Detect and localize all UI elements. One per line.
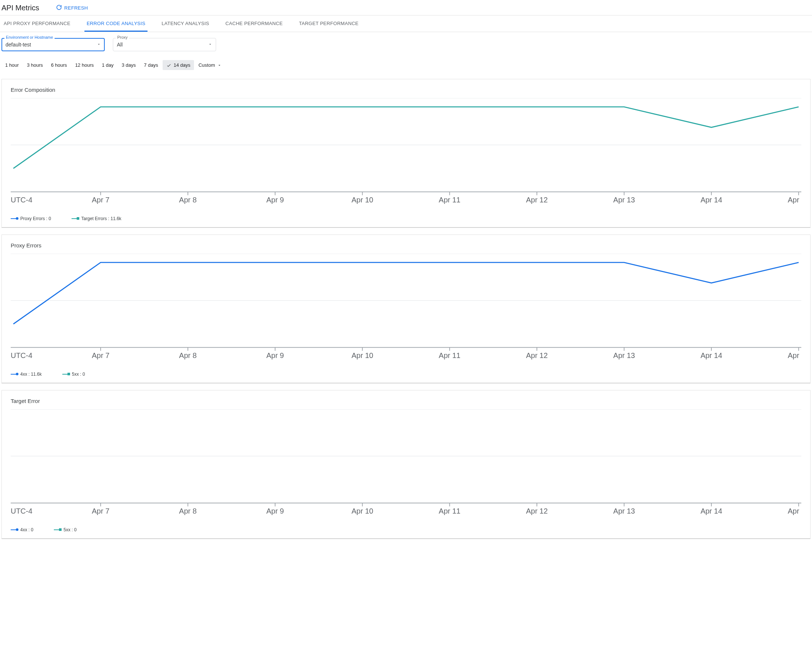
environment-select-wrap: default-test Environment or Hostname — [2, 38, 105, 51]
legend-item[interactable]: Proxy Errors : 0 — [11, 216, 51, 221]
time-range-row: 1 hour3 hours6 hours12 hours1 day3 days7… — [0, 55, 812, 77]
page-header: API Metrics REFRESH — [0, 0, 812, 15]
legend-item[interactable]: 5xx : 0 — [54, 527, 76, 532]
time-range-14-days[interactable]: 14 days — [163, 60, 194, 70]
page-title: API Metrics — [2, 4, 39, 12]
environment-select[interactable]: default-test — [2, 38, 105, 51]
chart-title: Error Composition — [11, 87, 801, 93]
proxy-select[interactable]: All — [113, 38, 216, 51]
legend-label: 4xx : 0 — [20, 527, 33, 532]
chart-svg: UTC-4Apr 7Apr 8Apr 9Apr 10Apr 11Apr 12Ap… — [11, 254, 801, 367]
refresh-label: REFRESH — [64, 5, 88, 11]
svg-text:Apr 7: Apr 7 — [92, 196, 109, 204]
refresh-button[interactable]: REFRESH — [54, 4, 90, 12]
chart-legend: Proxy Errors : 0Target Errors : 11.6k — [11, 213, 801, 221]
svg-text:Apr 7: Apr 7 — [92, 507, 109, 515]
svg-text:Apr 15: Apr 15 — [788, 196, 801, 204]
legend-label: 5xx : 0 — [72, 372, 85, 377]
svg-text:Apr 13: Apr 13 — [613, 507, 635, 515]
proxy-value: All — [117, 42, 123, 48]
tab-cache-performance[interactable]: CACHE PERFORMANCE — [223, 16, 285, 32]
svg-text:Apr 8: Apr 8 — [179, 351, 197, 360]
time-range-7-days[interactable]: 7 days — [140, 60, 162, 70]
time-range-1-day[interactable]: 1 day — [98, 60, 117, 70]
legend-label: 4xx : 11.6k — [20, 372, 42, 377]
caret-down-icon — [97, 42, 101, 48]
tab-error-code-analysis[interactable]: ERROR CODE ANALYSIS — [84, 16, 148, 32]
chart-panel-target-error: Target ErrorUTC-4Apr 7Apr 8Apr 9Apr 10Ap… — [2, 390, 810, 539]
filters-row: default-test Environment or Hostname All… — [0, 32, 812, 55]
time-range-1-hour[interactable]: 1 hour — [2, 60, 22, 70]
caret-down-icon — [217, 63, 221, 67]
svg-text:Apr 11: Apr 11 — [439, 196, 461, 204]
check-icon — [166, 63, 171, 68]
legend-item[interactable]: Target Errors : 11.6k — [72, 216, 121, 221]
legend-item[interactable]: 4xx : 11.6k — [11, 372, 42, 377]
time-range-3-hours[interactable]: 3 hours — [23, 60, 47, 70]
chart-svg: UTC-4Apr 7Apr 8Apr 9Apr 10Apr 11Apr 12Ap… — [11, 409, 801, 523]
svg-text:Apr 9: Apr 9 — [266, 196, 284, 204]
time-range-3-days[interactable]: 3 days — [118, 60, 139, 70]
proxy-select-wrap: All Proxy — [113, 38, 216, 51]
chart-legend: 4xx : 05xx : 0 — [11, 524, 801, 532]
svg-text:Apr 14: Apr 14 — [701, 351, 722, 360]
time-range-6-hours[interactable]: 6 hours — [47, 60, 70, 70]
svg-text:Apr 7: Apr 7 — [92, 351, 109, 360]
environment-value: default-test — [6, 42, 31, 48]
svg-text:Apr 12: Apr 12 — [526, 507, 548, 515]
svg-text:Apr 14: Apr 14 — [701, 196, 722, 204]
svg-text:Apr 8: Apr 8 — [179, 507, 197, 515]
refresh-icon — [56, 5, 62, 11]
svg-text:Apr 12: Apr 12 — [526, 351, 548, 360]
tab-api-proxy-performance[interactable]: API PROXY PERFORMANCE — [2, 16, 73, 32]
time-range-12-hours[interactable]: 12 hours — [72, 60, 98, 70]
tabbar: API PROXY PERFORMANCEERROR CODE ANALYSIS… — [0, 15, 812, 32]
svg-text:Apr 10: Apr 10 — [351, 196, 373, 204]
legend-label: Proxy Errors : 0 — [20, 216, 51, 221]
svg-text:UTC-4: UTC-4 — [11, 351, 33, 360]
legend-item[interactable]: 4xx : 0 — [11, 527, 33, 532]
time-range-custom[interactable]: Custom — [195, 60, 225, 70]
svg-text:Apr 10: Apr 10 — [351, 507, 373, 515]
caret-down-icon — [208, 42, 212, 48]
environment-label: Environment or Hostname — [5, 35, 55, 39]
chart-panel-proxy-errors: Proxy ErrorsUTC-4Apr 7Apr 8Apr 9Apr 10Ap… — [2, 235, 810, 383]
chart-title: Target Error — [11, 398, 801, 404]
svg-text:Apr 15: Apr 15 — [788, 351, 801, 360]
legend-label: Target Errors : 11.6k — [81, 216, 121, 221]
svg-text:Apr 11: Apr 11 — [439, 507, 461, 515]
svg-text:Apr 9: Apr 9 — [266, 507, 284, 515]
svg-text:Apr 12: Apr 12 — [526, 196, 548, 204]
svg-text:UTC-4: UTC-4 — [11, 196, 33, 204]
svg-text:Apr 13: Apr 13 — [613, 196, 635, 204]
tab-target-performance[interactable]: TARGET PERFORMANCE — [297, 16, 361, 32]
svg-text:Apr 8: Apr 8 — [179, 196, 197, 204]
svg-text:Apr 11: Apr 11 — [439, 351, 461, 360]
svg-text:Apr 10: Apr 10 — [351, 351, 373, 360]
legend-label: 5xx : 0 — [64, 527, 76, 532]
tab-latency-analysis[interactable]: LATENCY ANALYSIS — [159, 16, 211, 32]
chart-legend: 4xx : 11.6k5xx : 0 — [11, 369, 801, 377]
legend-item[interactable]: 5xx : 0 — [62, 372, 85, 377]
svg-text:UTC-4: UTC-4 — [11, 507, 33, 515]
svg-text:Apr 14: Apr 14 — [701, 507, 722, 515]
chart-panel-error-composition: Error CompositionUTC-4Apr 7Apr 8Apr 9Apr… — [2, 79, 810, 228]
proxy-label: Proxy — [116, 35, 129, 39]
svg-text:Apr 9: Apr 9 — [266, 351, 284, 360]
chart-svg: UTC-4Apr 7Apr 8Apr 9Apr 10Apr 11Apr 12Ap… — [11, 98, 801, 212]
svg-text:Apr 13: Apr 13 — [613, 351, 635, 360]
chart-title: Proxy Errors — [11, 242, 801, 249]
svg-text:Apr 15: Apr 15 — [788, 507, 801, 515]
